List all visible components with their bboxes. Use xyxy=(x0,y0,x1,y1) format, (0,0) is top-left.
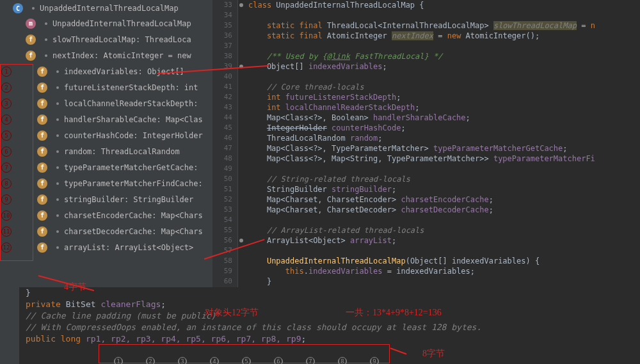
code-line[interactable]: UnpaddedInternalThreadLocalMap(Object[] … xyxy=(248,256,640,266)
code-line[interactable]: Map<Class<?>, Boolean> handlerSharableCa… xyxy=(248,113,640,123)
code-line[interactable]: IntegerHolder counterHashCode; xyxy=(248,123,640,133)
code-line[interactable]: } xyxy=(248,276,640,287)
separator-dot-icon xyxy=(56,102,59,105)
tree-item[interactable]: 10fcharsetEncoderCache: Map<Chars xyxy=(0,207,212,223)
tree-item[interactable]: 4fhandlerSharableCache: Map<Clas xyxy=(0,111,212,127)
editor-code-area[interactable]: class UnpaddedInternalThreadLocalMap { s… xyxy=(248,0,640,287)
tree-item-label: localChannelReaderStackDepth: xyxy=(64,99,198,108)
annotation-number-circle: 1 xyxy=(1,67,12,77)
code-line[interactable] xyxy=(248,246,640,256)
separator-dot-icon xyxy=(56,70,59,73)
field-icon: f xyxy=(37,210,47,221)
code-line[interactable]: // Core thread-locals xyxy=(248,82,640,92)
gutter-marker-icon xyxy=(239,3,243,7)
code-line[interactable]: int futureListenerStackDepth; xyxy=(248,92,640,102)
code-line[interactable]: int localChannelReaderStackDepth; xyxy=(248,102,640,113)
gutter-line-number: 38 xyxy=(212,51,237,61)
code-line[interactable] xyxy=(248,10,640,20)
gutter-line-number: 50 xyxy=(212,174,237,184)
code-line[interactable] xyxy=(248,215,640,225)
tree-item[interactable]: 2ffutureListenerStackDepth: int xyxy=(0,79,212,95)
code-line[interactable]: class UnpaddedInternalThreadLocalMap { xyxy=(248,0,640,10)
tree-item[interactable]: 1findexedVariables: Object[] xyxy=(0,63,212,79)
tree-item[interactable]: fnextIndex: AtomicInteger = new xyxy=(0,47,212,63)
tree-item[interactable]: 6frandom: ThreadLocalRandom xyxy=(0,143,212,159)
field-icon: f xyxy=(37,178,47,189)
separator-dot-icon xyxy=(45,54,47,57)
annotation-number-circle: 12 xyxy=(1,242,12,253)
code-line[interactable]: ThreadLocalRandom random; xyxy=(248,133,640,143)
separator-dot-icon xyxy=(56,134,59,137)
tree-item[interactable]: 9fstringBuilder: StringBuilder xyxy=(0,191,212,207)
gutter-line-number: 56 xyxy=(212,235,237,246)
code-line[interactable]: static final ThreadLocal<InternalThreadL… xyxy=(248,20,640,31)
tree-item[interactable]: 12farrayList: ArrayList<Object> xyxy=(0,239,212,255)
code-line[interactable]: // String-related thread-locals xyxy=(248,174,640,184)
code-line[interactable]: StringBuilder stringBuilder; xyxy=(248,184,640,194)
annotation-total-calc: 一共：13*4+9*8+12=136 xyxy=(346,307,442,319)
gutter-line-number: 37 xyxy=(212,41,237,51)
gutter-line-number: 35 xyxy=(212,20,237,31)
code-line[interactable]: static final AtomicInteger nextIndex = n… xyxy=(248,31,640,41)
annotation-rp-number: (7) xyxy=(306,357,315,364)
field-icon: f xyxy=(37,115,47,125)
field-icon: f xyxy=(37,99,47,109)
tree-item[interactable]: 7ftypeParameterMatcherGetCache: xyxy=(0,159,212,175)
code-line[interactable] xyxy=(248,41,640,51)
code-line[interactable]: Map<Class<?>, TypeParameterMatcher> type… xyxy=(248,143,640,154)
code-line[interactable]: this.indexedVariables = indexedVariables… xyxy=(248,266,640,276)
tree-item[interactable]: fslowThreadLocalMap: ThreadLoca xyxy=(0,31,212,47)
field-icon: f xyxy=(37,226,47,237)
tree-item-label: random: ThreadLocalRandom xyxy=(64,147,180,156)
tree-item[interactable]: 8ftypeParameterMatcherFindCache: xyxy=(0,175,212,191)
tree-root: CUnpaddedInternalThreadLocalMapmUnpadded… xyxy=(0,1,212,255)
code-line[interactable]: Object[] indexedVariables; xyxy=(248,61,640,72)
field-icon: f xyxy=(26,35,36,45)
field-icon: f xyxy=(37,67,47,77)
tree-item[interactable]: mUnpaddedInternalThreadLocalMap xyxy=(0,15,212,31)
gutter-line-number: 52 xyxy=(212,194,237,205)
code-line[interactable]: ArrayList<Object> arrayList; xyxy=(248,235,640,246)
gutter-line-number: 49 xyxy=(212,164,237,174)
separator-dot-icon xyxy=(56,246,59,249)
gutter-line-number: 44 xyxy=(212,113,237,123)
gutter-line-number: 60 xyxy=(212,276,237,287)
gutter-line-number: 39 xyxy=(212,61,237,72)
code-line[interactable]: // ArrayList-related thread-locals xyxy=(248,225,640,235)
code-line[interactable]: Map<Class<?>, Map<String, TypeParameterM… xyxy=(248,154,640,164)
tree-item[interactable]: CUnpaddedInternalThreadLocalMap xyxy=(0,1,212,15)
code-line[interactable] xyxy=(248,164,640,174)
separator-dot-icon xyxy=(56,230,59,233)
code-text: private BitSet cleanerFlags; xyxy=(26,299,640,310)
gutter-line-number: 45 xyxy=(212,123,237,133)
tree-item-label: indexedVariables: Object[] xyxy=(64,67,184,76)
tree-item-label: nextIndex: AtomicInteger = new xyxy=(52,51,191,60)
gutter-line-number: 46 xyxy=(212,133,237,143)
code-line[interactable] xyxy=(248,72,640,82)
field-icon: f xyxy=(37,146,47,157)
annotation-number-circle: 5 xyxy=(1,131,12,141)
gutter-line-number: 47 xyxy=(212,143,237,154)
gutter-line-number: 53 xyxy=(212,205,237,215)
tree-item[interactable]: 3flocalChannelReaderStackDepth: xyxy=(0,95,212,111)
code-line[interactable]: Map<Charset, CharsetEncoder> charsetEnco… xyxy=(248,194,640,205)
annotation-rp-number: (3) xyxy=(178,357,187,364)
tree-item[interactable]: 11fcharsetDecoderCache: Map<Chars xyxy=(0,223,212,239)
gutter-line-number: 55 xyxy=(212,225,237,235)
class-icon: C xyxy=(13,3,23,13)
separator-dot-icon xyxy=(56,150,59,153)
code-line[interactable]: Map<Charset, CharsetDecoder> charsetDeco… xyxy=(248,205,640,215)
separator-dot-icon xyxy=(45,22,47,25)
method-icon: m xyxy=(26,19,36,29)
gutter-line-number: 34 xyxy=(212,10,237,20)
code-line[interactable]: /** Used by {@link FastThreadLocal} */ xyxy=(248,51,640,61)
code-comment: // Cache line padding (must be public) xyxy=(26,310,640,322)
separator-dot-icon xyxy=(56,198,59,201)
gutter-marker-icon xyxy=(239,65,243,68)
editor-bottom-section[interactable]: } private BitSet cleanerFlags; // Cache … xyxy=(19,287,640,364)
gutter-line-number: 54 xyxy=(212,215,237,225)
tree-item-label: futureListenerStackDepth: int xyxy=(64,83,198,92)
annotation-rp-number: (2) xyxy=(146,357,155,364)
tree-item[interactable]: 5fcounterHashCode: IntegerHolder xyxy=(0,127,212,143)
gutter-line-number: 36 xyxy=(212,31,237,41)
